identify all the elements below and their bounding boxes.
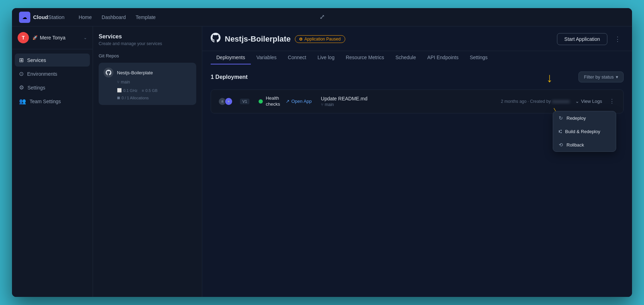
filter-row: Filter by status ▾ [578, 71, 624, 82]
commit-branch: ⑂ main [321, 102, 495, 107]
tab-deployments[interactable]: Deployments [211, 51, 251, 64]
deploy-version: V1 [240, 99, 249, 104]
tabs: Deployments Variables Connect Live log R… [202, 51, 632, 64]
app-github-icon [211, 33, 221, 45]
nav-dashboard[interactable]: Dashboard [102, 14, 126, 20]
tab-settings[interactable]: Settings [464, 51, 494, 64]
header-actions: Start Application ⋮ [557, 33, 624, 45]
more-options-button[interactable]: ⋮ [612, 34, 624, 44]
services-icon: ⊞ [19, 57, 24, 63]
health-label: Healthchecks [266, 95, 280, 107]
environments-icon: ⊙ [19, 70, 24, 77]
avatar: T [18, 32, 29, 43]
open-app-button[interactable]: ↗ Open App [286, 99, 312, 104]
status-label: Application Paused [304, 37, 341, 42]
logo[interactable]: ☁ CloudStation [19, 12, 64, 23]
chevron-icon: ⌄ [83, 35, 87, 40]
sidebar-item-settings[interactable]: ⚙ Settings [15, 81, 90, 94]
repo-github-icon [104, 68, 113, 77]
status-dot [299, 38, 302, 41]
repo-name: Nestjs-Boilerplate [117, 70, 153, 75]
dropdown-build-redeploy[interactable]: ⑆ Build & Redeploy [553, 125, 616, 138]
repo-stats: ⬜ 0.1 GHz ≡ 0.5 GB [117, 88, 191, 93]
main-layout: T 🚀 Mere Tonya ⌄ ⊞ Services ⊙ Environmen… [12, 26, 632, 297]
tab-variables[interactable]: Variables [251, 51, 282, 64]
deployment-more-button[interactable]: ⋮ [608, 97, 616, 106]
sidebar-nav: ⊞ Services ⊙ Environments ⚙ Settings 👥 T… [12, 49, 93, 297]
sidebar-item-team-settings[interactable]: 👥 Team Settings [15, 95, 90, 108]
app-title: Nestjs-Boilerplate [225, 35, 291, 44]
middle-panel: Services Create and manage your services… [93, 26, 202, 297]
nav-template[interactable]: Template [136, 14, 156, 20]
deployment-avatars: a ● [218, 97, 231, 106]
user-name: 🚀 Mere Tonya [32, 35, 66, 41]
commit-info: Update README.md ⑂ main [321, 96, 495, 107]
tab-resource-metrics[interactable]: Resource Metrics [340, 51, 390, 64]
sidebar: T 🚀 Mere Tonya ⌄ ⊞ Services ⊙ Environmen… [12, 26, 93, 297]
start-application-button[interactable]: Start Application [557, 33, 607, 45]
deploy-avatar-2: ● [224, 97, 233, 106]
deployment-row: a ● V1 Healthchecks ↗ Open App Update RE… [211, 89, 624, 113]
main-window: ☁ CloudStation Home Dashboard Template T… [12, 8, 632, 297]
sidebar-item-services[interactable]: ⊞ Services [15, 54, 90, 67]
repo-allocations: ◼ 0 / 1 Allocations [117, 95, 191, 100]
repo-cpu: ⬜ 0.1 GHz [117, 88, 137, 93]
repo-card[interactable]: Nestjs-Boilerplate ⑂ main ⬜ 0.1 GHz ≡ 0.… [99, 63, 196, 105]
nav-home[interactable]: Home [79, 14, 92, 20]
chevron-down-icon-logs: ⌄ [575, 99, 579, 104]
app-title-row: Nestjs-Boilerplate Application Paused [211, 33, 345, 45]
deployments-title: 1 Deployment [211, 74, 248, 80]
team-icon: 👥 [19, 98, 26, 105]
tab-live-log[interactable]: Live log [312, 51, 340, 64]
redeploy-icon: ↻ [559, 115, 563, 121]
commit-message: Update README.md [321, 96, 495, 101]
logo-icon: ☁ [19, 12, 30, 23]
dropdown-redeploy[interactable]: ↻ Redeploy [553, 111, 616, 125]
rollback-icon: ⟲ [559, 142, 563, 148]
services-subtitle: Create and manage your services [99, 41, 196, 46]
deploy-meta: 2 months ago · Created by ●●●●●●● [501, 99, 570, 104]
repo-card-header: Nestjs-Boilerplate [104, 68, 191, 77]
user-section[interactable]: T 🚀 Mere Tonya ⌄ [12, 26, 93, 49]
content-area: 1 Deployment Filter by status ▾ a ● V1 [202, 64, 632, 297]
filter-button[interactable]: Filter by status ▾ [578, 71, 624, 82]
tab-api-endpoints[interactable]: API Endpoints [422, 51, 464, 64]
health-section: Healthchecks [259, 95, 280, 107]
tab-connect[interactable]: Connect [282, 51, 312, 64]
repo-branch: ⑂ main [117, 80, 191, 85]
logo-text: CloudStation [33, 14, 64, 20]
nav-links: Home Dashboard Template [79, 14, 156, 20]
tab-schedule[interactable]: Schedule [390, 51, 421, 64]
dropdown-menu: ↻ Redeploy ⑆ Build & Redeploy ⟲ Rollback [553, 111, 616, 152]
chevron-down-icon: ▾ [616, 74, 618, 80]
app-header: Nestjs-Boilerplate Application Paused St… [202, 26, 632, 51]
blurred-creator: ●●●●●●● [552, 99, 570, 104]
health-dot [259, 99, 263, 104]
services-section-title: Services [99, 33, 196, 40]
sidebar-item-environments[interactable]: ⊙ Environments [15, 67, 90, 80]
settings-icon: ⚙ [19, 84, 24, 91]
git-repos-title: Git Repos [99, 53, 196, 58]
branch-icon: ⑂ [321, 102, 323, 107]
repo-memory: ≡ 0.5 GB [142, 88, 157, 93]
dropdown-rollback[interactable]: ⟲ Rollback [553, 138, 616, 151]
deployments-header: 1 Deployment Filter by status ▾ [211, 71, 624, 82]
build-redeploy-icon: ⑆ [559, 129, 562, 134]
view-logs-button[interactable]: ⌄ View Logs [575, 99, 602, 104]
status-badge: Application Paused [295, 35, 345, 43]
rocket-icon: 🚀 [32, 35, 38, 40]
main-content: ⤢ Nestjs-Boilerplate Application Paused [202, 26, 632, 297]
external-link-icon: ↗ [286, 99, 290, 104]
